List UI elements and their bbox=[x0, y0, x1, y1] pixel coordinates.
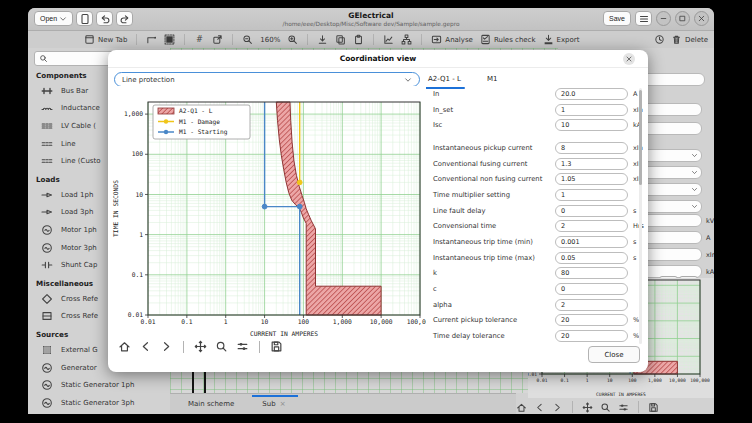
open-button[interactable]: Open bbox=[34, 11, 73, 26]
history-button[interactable] bbox=[654, 34, 665, 45]
field-label: c bbox=[433, 285, 437, 293]
newtab-icon bbox=[84, 34, 95, 45]
form-row: In20.0A bbox=[433, 86, 643, 102]
protection-model-select[interactable]: Line protection bbox=[114, 72, 420, 87]
chevron-icon bbox=[691, 203, 698, 210]
wire-tool-button[interactable] bbox=[146, 34, 157, 45]
left-nav-button[interactable] bbox=[139, 340, 152, 353]
form-row: Instantaneous trip time (min)0.001s bbox=[433, 234, 643, 250]
form-scrollbar[interactable] bbox=[639, 88, 642, 344]
redo-button[interactable] bbox=[116, 11, 133, 26]
file-icon bbox=[79, 13, 91, 25]
extgrid-icon bbox=[41, 344, 53, 356]
search-nav-button[interactable] bbox=[215, 340, 228, 353]
field-input-current-pickup-tolerance[interactable]: 20 bbox=[555, 314, 628, 326]
svg-text:0.01: 0.01 bbox=[528, 372, 537, 377]
zoom-out-button[interactable] bbox=[242, 34, 253, 45]
form-row: Current pickup tolerance20% bbox=[433, 313, 643, 329]
field-input-alpha[interactable]: 2 bbox=[555, 299, 628, 311]
scheme-tab-sub[interactable]: Sub× bbox=[258, 394, 289, 414]
form-row: c0 bbox=[433, 281, 643, 297]
tab-close-icon[interactable]: × bbox=[280, 400, 286, 408]
titlebar: Open GElectrical /home/eee/Desktop/Misc/… bbox=[28, 8, 714, 31]
toolbar-separator bbox=[307, 34, 308, 45]
form-row: Time multiplier setting1 bbox=[433, 187, 643, 203]
field-input-k[interactable]: 80 bbox=[555, 267, 628, 279]
svg-text:TIME IN SECONDS: TIME IN SECONDS bbox=[112, 180, 119, 237]
dialog-close-button[interactable] bbox=[623, 53, 635, 65]
search-nav-button[interactable] bbox=[600, 402, 611, 413]
toolbar-separator bbox=[232, 34, 233, 45]
field-input-line-fault-delay[interactable]: 0 bbox=[555, 205, 628, 217]
plot-view-button[interactable] bbox=[383, 34, 394, 45]
rules-check-button[interactable]: Rules check bbox=[480, 34, 536, 45]
save-button[interactable]: Save bbox=[603, 11, 631, 26]
new-tab-button[interactable]: New Tab bbox=[84, 34, 127, 45]
right-nav-button[interactable] bbox=[160, 340, 173, 353]
close-icon bbox=[697, 14, 706, 23]
field-input-conventional-fusing-current[interactable]: 1.3 bbox=[555, 158, 628, 170]
field-input-instantaneous-trip-time-max-[interactable]: 0.05 bbox=[555, 252, 628, 264]
insert-element-button[interactable] bbox=[317, 34, 328, 45]
field-input-c[interactable]: 0 bbox=[555, 283, 628, 295]
undo-button[interactable] bbox=[96, 11, 113, 26]
copy-button[interactable] bbox=[335, 34, 346, 45]
field-input-time-multiplier-setting[interactable]: 1 bbox=[555, 189, 628, 201]
right-nav-button[interactable] bbox=[552, 402, 563, 413]
sidebar-item-static-generator-1ph[interactable]: Static Generator 1ph bbox=[34, 376, 170, 394]
new-file-button[interactable] bbox=[76, 11, 93, 26]
minus-icon bbox=[659, 14, 668, 23]
grid-toggle-button[interactable]: # bbox=[194, 34, 205, 45]
field-input-in-set[interactable]: 1 bbox=[555, 104, 628, 116]
toolbar-separator bbox=[373, 34, 374, 45]
app-window: Open GElectrical /home/eee/Desktop/Misc/… bbox=[28, 8, 714, 414]
left-icon bbox=[534, 402, 545, 413]
generator-icon bbox=[41, 362, 53, 374]
close-window-button[interactable] bbox=[694, 11, 709, 26]
field-input-instantaneous-trip-time-min-[interactable]: 0.001 bbox=[555, 236, 628, 248]
field-label: In bbox=[433, 90, 439, 98]
export-button[interactable]: Export bbox=[543, 34, 580, 45]
paste-button[interactable] bbox=[353, 34, 364, 45]
pan-nav-button[interactable] bbox=[582, 402, 593, 413]
sliders-nav-button[interactable] bbox=[236, 340, 249, 353]
field-input-convensional-time[interactable]: 2 bbox=[555, 220, 628, 232]
floppy-icon bbox=[648, 402, 659, 413]
field-input-instantaneous-pickup-current[interactable]: 8 bbox=[555, 142, 628, 154]
line2-icon bbox=[41, 155, 53, 167]
open-external-button[interactable] bbox=[212, 34, 223, 45]
dialog-close-action-button[interactable]: Close bbox=[588, 346, 640, 363]
svg-text:100,000: 100,000 bbox=[690, 378, 710, 383]
panel-unit-label: kV bbox=[706, 217, 714, 225]
field-input-in[interactable]: 20.0 bbox=[555, 88, 628, 100]
menu-icon bbox=[638, 13, 650, 25]
field-unit: A bbox=[633, 90, 637, 98]
delete-button[interactable]: Delete bbox=[671, 34, 708, 45]
menu-icon bbox=[638, 13, 650, 25]
zoomin-icon bbox=[287, 34, 298, 45]
sliders-nav-button[interactable] bbox=[618, 402, 629, 413]
minimize-button[interactable] bbox=[656, 11, 671, 26]
svg-text:M1 - Damage: M1 - Damage bbox=[179, 118, 220, 126]
left-nav-button[interactable] bbox=[534, 402, 545, 413]
floppy-nav-button[interactable] bbox=[648, 402, 659, 413]
floppy-nav-button[interactable] bbox=[270, 340, 283, 353]
pan-nav-button[interactable] bbox=[194, 340, 207, 353]
maximize-button[interactable] bbox=[675, 11, 690, 26]
scheme-tab-main-scheme[interactable]: Main scheme bbox=[184, 394, 238, 414]
svg-text:100: 100 bbox=[132, 150, 144, 157]
select-tool-button[interactable] bbox=[164, 34, 175, 45]
network-tree-button[interactable] bbox=[401, 34, 412, 45]
analyse-button[interactable]: Analyse bbox=[431, 34, 473, 45]
screen: Open GElectrical /home/eee/Desktop/Misc/… bbox=[0, 0, 752, 423]
svg-text:0.1: 0.1 bbox=[181, 318, 193, 325]
coordination-chart[interactable]: 0.010.11101001,00010,000100,0000.010.111… bbox=[110, 86, 426, 338]
home-nav-button[interactable] bbox=[516, 402, 527, 413]
field-input-time-delay-tolerance[interactable]: 20 bbox=[555, 330, 628, 342]
menu-button[interactable] bbox=[635, 11, 652, 26]
sidebar-item-static-generator-3ph[interactable]: Static Generator 3ph bbox=[34, 394, 170, 412]
field-input-conventional-non-fusing-current[interactable]: 1.05 bbox=[555, 173, 628, 185]
field-input-isc[interactable]: 10 bbox=[555, 119, 628, 131]
zoom-in-button[interactable] bbox=[287, 34, 298, 45]
home-nav-button[interactable] bbox=[118, 340, 131, 353]
